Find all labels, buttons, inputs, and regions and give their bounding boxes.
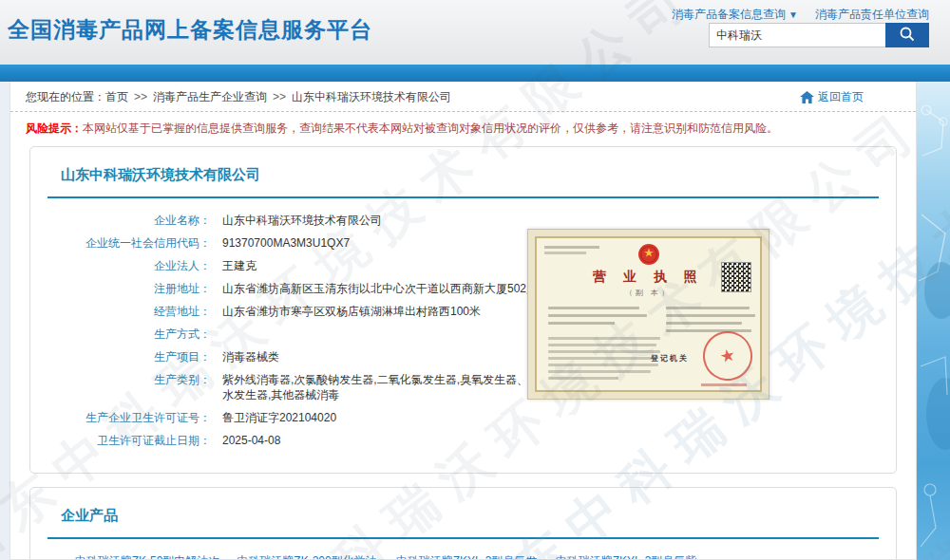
nav-record-info-query[interactable]: 消毒产品备案信息查询▼ (672, 7, 798, 23)
main-content: 您现在的位置：首页>>消毒产品生产企业查询>>山东中科瑞沃环境技术有限公司 返回… (10, 82, 917, 560)
field-label: 生产类别： (48, 372, 211, 402)
field-value: 鲁卫消证字202104020 (222, 410, 336, 425)
field-value: 王建克 (222, 258, 256, 273)
breadcrumb-separator: >> (134, 90, 147, 103)
license-business-scope (548, 337, 660, 383)
company-name-title: 山东中科瑞沃环境技术有限公司 (48, 166, 879, 184)
field-row-license-expiry: 卫生许可证截止日期：2025-04-08 (48, 433, 879, 448)
field-label: 生产方式： (48, 327, 211, 342)
field-value: 消毒器械类 (222, 349, 279, 364)
product-link-zk50[interactable]: 中科瑞沃牌ZK-50型电解法次氯酸钠发生器 (72, 552, 222, 560)
field-label: 生产项目： (48, 349, 211, 364)
business-license-image: 营 业 执 照 （副 本） (527, 229, 770, 400)
company-products-card: 企业产品 中科瑞沃牌ZK-50型电解法次氯酸钠发生器 中科瑞沃牌ZK-200型化… (29, 487, 897, 560)
field-label: 企业名称： (48, 213, 211, 228)
nav-responsible-unit-query[interactable]: 消毒产品责任单位查询 (815, 7, 929, 23)
chevron-down-icon: ▼ (788, 9, 798, 20)
field-row-company-name: 企业名称：山东中科瑞沃环境技术有限公司 (48, 213, 879, 228)
field-label: 生产企业卫生许可证号： (48, 410, 211, 425)
field-value: 山东省潍坊市寒亭区双杨店镇湖淋埠出村路西100米 (222, 304, 481, 319)
search-button[interactable] (885, 23, 929, 47)
license-qr-code (722, 263, 750, 291)
company-info-card: 山东中科瑞沃环境技术有限公司 企业名称：山东中科瑞沃环境技术有限公司 企业统一社… (29, 146, 897, 474)
field-value: 2025-04-08 (222, 433, 280, 448)
background-decoration (917, 82, 950, 560)
product-link-zk200[interactable]: 中科瑞沃牌ZK-200型化学法二氧化氯发生器 (232, 552, 382, 560)
field-value: 紫外线消毒器,次氯酸钠发生器,二氧化氯发生器,臭氧发生器、臭氧水发生器,其他器械… (222, 372, 557, 402)
search-bar (709, 23, 929, 47)
nav-record-info-query-label: 消毒产品备案信息查询 (672, 8, 786, 21)
site-title: 全国消毒产品网上备案信息服务平台 (8, 15, 372, 45)
search-icon (899, 26, 916, 46)
license-authority-label: 登记机关 (651, 353, 689, 364)
page-header: 全国消毒产品网上备案信息服务平台 消毒产品备案信息查询▼ 消毒产品责任单位查询 (0, 0, 950, 65)
back-home-link[interactable]: 返回首页 (800, 82, 864, 112)
national-emblem-icon (636, 242, 661, 271)
breadcrumb-query-link[interactable]: 消毒产品生产企业查询 (153, 90, 267, 103)
breadcrumb-separator: >> (273, 90, 286, 103)
license-code-line (544, 252, 586, 254)
home-icon (800, 82, 814, 112)
card-title-divider (48, 196, 879, 198)
field-value: 山东中科瑞沃环境技术有限公司 (222, 213, 382, 228)
card-title-divider (48, 537, 879, 539)
breadcrumb-current: 山东中科瑞沃环境技术有限公司 (292, 90, 451, 103)
product-link-zkyl3-ozone[interactable]: 中科瑞沃牌ZKYL-3型臭氧发生器 (391, 552, 542, 560)
product-link-zkyl3-uv[interactable]: 中科瑞沃牌ZKYL-3型臭氧紫外线消毒器 (551, 552, 701, 560)
license-text-column-right (666, 307, 757, 337)
risk-notice-text: 本网站仅基于已掌握的信息提供查询服务，查询结果不代表本网站对被查询对象信用状况的… (83, 121, 778, 135)
field-label: 卫生许可证截止日期： (48, 433, 211, 448)
top-nav: 消毒产品备案信息查询▼ 消毒产品责任单位查询 (672, 7, 929, 23)
search-input[interactable] (709, 23, 885, 47)
product-list: 中科瑞沃牌ZK-50型电解法次氯酸钠发生器 中科瑞沃牌ZK-200型化学法二氧化… (72, 552, 879, 560)
molecule-graphic (917, 82, 950, 560)
field-label: 企业法人： (48, 258, 211, 273)
license-text-column-left (548, 307, 651, 329)
field-label: 企业统一社会信用代码： (48, 235, 211, 251)
nav-responsible-unit-query-label: 消毒产品责任单位查询 (815, 8, 929, 21)
field-value: 山东省潍坊高新区玉清东街以北中心次干道以西商新大厦502房间 (222, 281, 549, 296)
breadcrumb: 您现在的位置：首页>>消毒产品生产企业查询>>山东中科瑞沃环境技术有限公司 返回… (10, 82, 916, 112)
star-icon: ★ (718, 345, 737, 368)
field-value: 91370700MA3M3U1QX7 (222, 235, 350, 251)
license-date-line (701, 383, 747, 386)
business-license-frame: 营 业 执 照 （副 本） (535, 236, 762, 392)
risk-notice: 风险提示：本网站仅基于已掌握的信息提供查询服务，查询结果不代表本网站对被查询对象… (10, 112, 916, 142)
field-label: 注册地址： (48, 281, 211, 296)
back-home-label: 返回首页 (818, 82, 864, 112)
products-title: 企业产品 (48, 507, 879, 525)
breadcrumb-prefix: 您现在的位置： (26, 90, 105, 103)
risk-notice-label: 风险提示： (26, 121, 83, 135)
header-accent-bar (0, 65, 950, 82)
breadcrumb-home-link[interactable]: 首页 (105, 90, 128, 103)
field-row-hygiene-license-no: 生产企业卫生许可证号：鲁卫消证字202104020 (48, 410, 879, 425)
field-label: 经营地址： (48, 304, 211, 319)
license-code-line (544, 246, 599, 249)
